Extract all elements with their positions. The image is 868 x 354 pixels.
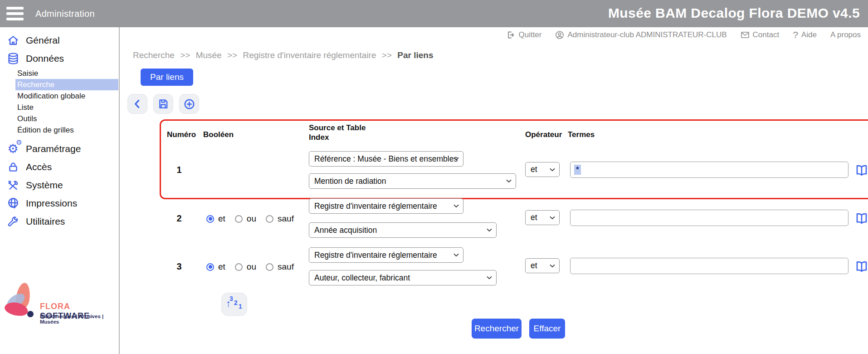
chevron-down-icon — [454, 253, 459, 257]
sort-digit: 2 — [234, 299, 238, 306]
select-value: et — [531, 165, 537, 174]
toolbar — [127, 94, 199, 114]
index-lookup-button-row3[interactable] — [854, 260, 868, 273]
sidebar-item-label: Système — [26, 180, 63, 191]
row-number: 3 — [170, 261, 188, 272]
sidebar-item-impressions[interactable]: Impressions — [0, 194, 119, 212]
select-value: Registre d'inventaire réglementaire — [314, 251, 437, 260]
logo-dot — [27, 311, 34, 317]
index-lookup-button-row1[interactable] — [854, 163, 868, 177]
breadcrumb-part[interactable]: Musée — [196, 50, 222, 60]
sub-item-label: Outils — [17, 114, 37, 123]
chevron-down-icon — [487, 228, 492, 232]
user-account-link[interactable]: Administrateur-club ADMINISTRATEUR-CLUB — [555, 30, 727, 39]
top-bar: Administration Musée BAM Decalog Flora D… — [0, 0, 868, 27]
sidebar-item-outils[interactable]: Outils — [15, 113, 118, 124]
select-value: et — [531, 261, 537, 270]
index-lookup-button-row2[interactable] — [854, 211, 868, 225]
sidebar-item-edition-de-grilles[interactable]: Édition de grilles — [15, 124, 118, 136]
sub-item-label: Recherche — [17, 80, 54, 89]
radio-et[interactable] — [206, 263, 214, 271]
sidebar-item-label: Accès — [26, 162, 52, 172]
chevron-left-icon — [132, 98, 143, 110]
sidebar-item-label: Paramétrage — [26, 143, 81, 154]
sidebar-item-acces[interactable]: Accès — [0, 158, 119, 176]
breadcrumb-current: Par liens — [397, 50, 433, 60]
source-select-row3[interactable]: Registre d'inventaire réglementaire — [309, 247, 463, 263]
termes-input-row2[interactable] — [570, 210, 848, 226]
chevron-down-icon — [550, 168, 555, 172]
header-booleen: Booléen — [203, 130, 234, 139]
header-index: Index — [309, 133, 329, 142]
index-select-row1[interactable]: Mention de radiation — [309, 173, 516, 189]
sort-numeric-button[interactable]: 3 2 1 ↑ — [221, 293, 247, 316]
sidebar-item-liste[interactable]: Liste — [15, 102, 118, 113]
operator-select-row1[interactable]: et — [525, 162, 560, 177]
chevron-down-icon — [550, 264, 555, 268]
radio-sauf[interactable] — [266, 263, 273, 271]
contact-label: Contact — [753, 30, 780, 39]
sidebar-item-label: Général — [26, 35, 60, 46]
header-numero: Numéro — [167, 130, 196, 139]
contact-link[interactable]: Contact — [741, 30, 780, 39]
quitter-link[interactable]: Quitter — [506, 30, 541, 39]
menu-hamburger-icon[interactable] — [6, 7, 24, 20]
source-select-row2[interactable]: Registre d'inventaire réglementaire — [309, 198, 463, 214]
radio-label-ou: ou — [247, 214, 256, 224]
sub-item-label: Édition de grilles — [17, 126, 74, 135]
radio-label-ou: ou — [247, 262, 256, 272]
source-select-row1[interactable]: Référence : Musée - Biens et ensembles — [309, 151, 463, 167]
envelope-icon — [741, 31, 750, 39]
sidebar-item-utilitaires[interactable]: Utilitaires — [0, 212, 119, 231]
breadcrumb-part[interactable]: Registre d'inventaire réglementaire — [243, 50, 376, 60]
a-propos-label: A propos — [830, 30, 861, 39]
radio-label-et: et — [218, 262, 225, 272]
radio-et[interactable] — [206, 215, 214, 223]
radio-label-et: et — [218, 214, 225, 224]
sidebar-item-recherche[interactable]: Recherche — [15, 79, 118, 90]
home-icon — [6, 34, 20, 48]
sub-item-label: Modification globale — [17, 92, 85, 101]
sub-item-label: Saisie — [17, 69, 38, 78]
sidebar-item-general[interactable]: Général — [0, 31, 119, 49]
sidebar-item-parametrage[interactable]: ⚙⚙ Paramétrage — [0, 140, 119, 158]
globe-upload-icon — [6, 197, 20, 211]
open-book-icon — [854, 212, 868, 225]
tab-par-liens[interactable]: Par liens — [141, 69, 193, 86]
sidebar-item-systeme[interactable]: Système — [0, 176, 119, 194]
rechercher-button[interactable]: Rechercher — [472, 319, 522, 339]
sidebar-item-modification-globale[interactable]: Modification globale — [15, 90, 118, 102]
termes-input-row1[interactable]: * — [570, 162, 848, 178]
boolean-radio-group-row3: et ou sauf — [206, 262, 299, 272]
sidebar-item-saisie[interactable]: Saisie — [15, 68, 118, 79]
a-propos-link[interactable]: A propos — [830, 30, 861, 39]
sidebar-item-donnees[interactable]: Données — [0, 49, 119, 68]
index-select-row2[interactable]: Année acquisition — [309, 222, 497, 238]
open-book-icon — [854, 260, 868, 273]
save-button[interactable] — [153, 94, 173, 114]
operator-select-row3[interactable]: et — [525, 258, 560, 273]
user-icon — [555, 30, 564, 39]
user-label: Administrateur-club ADMINISTRATEUR-CLUB — [567, 30, 727, 39]
chevron-down-icon — [454, 204, 459, 208]
radio-ou[interactable] — [235, 263, 243, 271]
breadcrumb-separator: >> — [382, 50, 392, 60]
chevron-down-icon — [506, 179, 512, 183]
add-button[interactable] — [179, 94, 199, 114]
gears-icon: ⚙⚙ — [6, 142, 20, 156]
index-select-row3[interactable]: Auteur, collecteur, fabricant — [309, 270, 497, 285]
select-value: Mention de radiation — [314, 177, 386, 186]
radio-sauf[interactable] — [266, 215, 273, 223]
operator-select-row2[interactable]: et — [525, 210, 560, 225]
header-source-table: Source et Table — [309, 123, 366, 133]
termes-input-row3[interactable] — [570, 258, 848, 274]
effacer-button[interactable]: Effacer — [529, 319, 565, 339]
sub-item-label: Liste — [17, 103, 34, 112]
aide-link[interactable]: ? Aide — [793, 30, 817, 40]
breadcrumb-part[interactable]: Recherche — [133, 50, 175, 60]
quitter-label: Quitter — [518, 30, 541, 39]
select-value: et — [531, 213, 537, 222]
back-button[interactable] — [127, 94, 147, 114]
flora-software-logo: FLORA SOFTWARE Bibliothèques | Archives … — [4, 283, 117, 333]
radio-ou[interactable] — [235, 215, 243, 223]
